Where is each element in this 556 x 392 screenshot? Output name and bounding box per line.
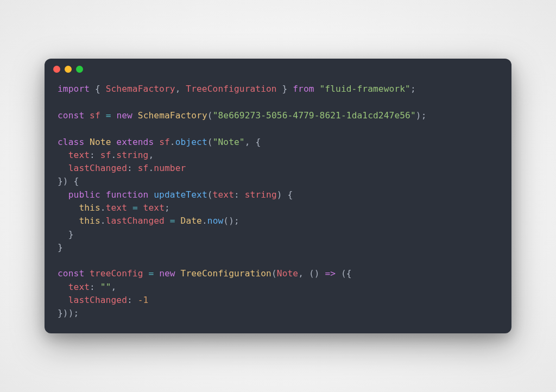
keyword-public: public <box>68 189 100 200</box>
method-call: object <box>175 137 207 147</box>
keyword-class: class <box>58 137 84 147</box>
this-keyword: this <box>79 203 100 213</box>
keyword-new: new <box>116 110 132 121</box>
object-ref: sf <box>159 137 170 147</box>
close-icon[interactable] <box>53 66 60 73</box>
property-key: text <box>68 150 90 160</box>
property-key: text <box>68 282 90 292</box>
keyword-import: import <box>58 84 90 94</box>
this-keyword: this <box>79 216 100 226</box>
keyword-from: from <box>293 84 314 94</box>
class-name: Note <box>90 137 111 147</box>
variable: treeConfig <box>90 268 143 279</box>
window-titlebar <box>45 59 511 79</box>
import-name: SchemaFactory <box>106 84 175 94</box>
property-ref: number <box>154 163 186 173</box>
property-key: lastChanged <box>68 295 127 305</box>
string-literal: "Note" <box>213 137 245 147</box>
operator: = <box>132 203 138 213</box>
code-block: import { SchemaFactory, TreeConfiguratio… <box>45 79 511 333</box>
operator: = <box>106 110 111 121</box>
keyword-const: const <box>58 110 84 121</box>
string-literal: "" <box>100 282 111 292</box>
method-call: now <box>207 216 224 226</box>
keyword-function: function <box>106 189 149 200</box>
number-literal: -1 <box>138 295 149 305</box>
maximize-icon[interactable] <box>76 66 83 73</box>
arrow: => <box>325 268 336 279</box>
keyword-new: new <box>159 268 175 279</box>
keyword-extends: extends <box>116 137 154 147</box>
function-name: updateText <box>154 189 207 200</box>
string-literal: "fluid-framework" <box>320 84 410 94</box>
class-name: SchemaFactory <box>138 110 207 121</box>
string-literal: "8e669273-5056-4779-8621-1da1cd247e56" <box>213 110 416 121</box>
object-ref: sf <box>138 163 149 173</box>
class-name: Date <box>181 216 202 226</box>
argument: Note <box>277 268 298 279</box>
operator: = <box>148 268 154 279</box>
property-ref: text <box>106 203 127 213</box>
operator: = <box>170 216 175 226</box>
parameter: text <box>213 189 234 200</box>
class-name: TreeConfiguration <box>181 268 271 279</box>
type: string <box>245 189 277 200</box>
variable: sf <box>90 110 100 121</box>
object-ref: sf <box>100 150 111 160</box>
property-key: lastChanged <box>68 163 127 173</box>
code-window: import { SchemaFactory, TreeConfiguratio… <box>45 59 511 333</box>
keyword-const: const <box>58 268 84 279</box>
property-ref: string <box>116 150 148 160</box>
minimize-icon[interactable] <box>65 66 72 73</box>
import-name: TreeConfiguration <box>186 84 276 94</box>
variable: text <box>143 203 165 213</box>
property-ref: lastChanged <box>106 216 165 226</box>
